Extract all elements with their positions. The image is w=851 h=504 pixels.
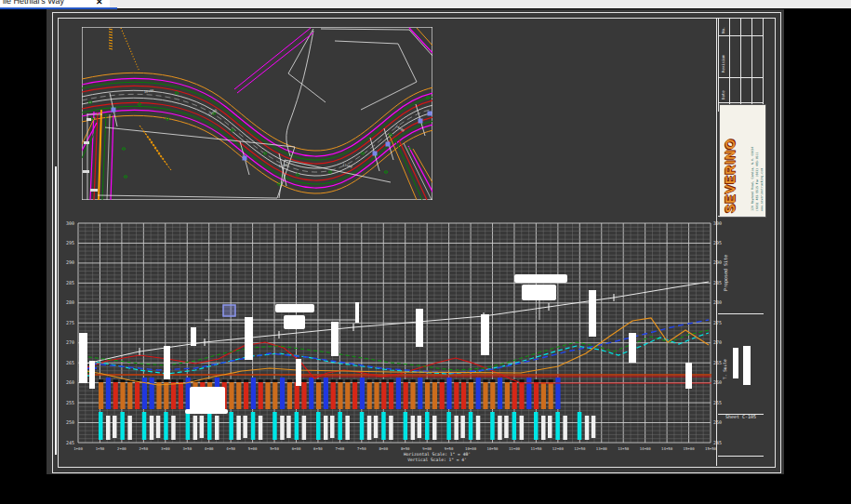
svg-text:4+50: 4+50 bbox=[226, 446, 235, 451]
svg-text:4+00: 4+00 bbox=[205, 446, 214, 451]
sheet-number: Sheet C-105 bbox=[725, 414, 756, 419]
svg-text:250: 250 bbox=[713, 419, 722, 425]
svg-text:10+00: 10+00 bbox=[465, 446, 477, 451]
svg-text:290: 290 bbox=[66, 259, 74, 265]
plan-view[interactable]: 10+0011+0012+0013+0014+00 bbox=[82, 27, 432, 200]
tab-title: lle Hethial's Way bbox=[3, 0, 64, 6]
svg-text:5+50: 5+50 bbox=[270, 446, 279, 451]
svg-text:1+50: 1+50 bbox=[96, 446, 105, 451]
svg-text:11+50: 11+50 bbox=[530, 446, 542, 451]
svg-text:11+00: 11+00 bbox=[509, 446, 521, 451]
svg-text:1+00: 1+00 bbox=[73, 446, 83, 451]
svg-text:9+00: 9+00 bbox=[422, 446, 432, 451]
drawing-sheet[interactable]: 10+0011+0012+0013+0014+00 30030029529529… bbox=[47, 9, 784, 474]
svg-text:260: 260 bbox=[713, 379, 722, 385]
svg-text:13+00: 13+00 bbox=[596, 446, 608, 451]
svg-text:300: 300 bbox=[66, 221, 74, 226]
rev-label-no: No. bbox=[721, 27, 725, 33]
svg-text:13+50: 13+50 bbox=[618, 446, 630, 451]
svg-text:275: 275 bbox=[713, 320, 722, 325]
svg-text:10+50: 10+50 bbox=[486, 446, 499, 451]
svg-text:265: 265 bbox=[66, 360, 74, 365]
app-window: lle Hethial's Way ✕ 10+0011+0012+0013+00… bbox=[0, 0, 851, 504]
svg-text:300: 300 bbox=[713, 221, 722, 226]
svg-text:12+00: 12+00 bbox=[552, 446, 565, 451]
stamp-name-vertical: T. Soule bbox=[723, 359, 727, 379]
svg-text:265: 265 bbox=[713, 360, 722, 365]
svg-text:7+00: 7+00 bbox=[336, 446, 345, 451]
svg-text:290: 290 bbox=[713, 259, 722, 265]
svg-text:5+00: 5+00 bbox=[248, 446, 258, 451]
svg-text:8+50: 8+50 bbox=[401, 446, 410, 451]
svg-text:3+50: 3+50 bbox=[182, 446, 192, 451]
svg-text:Vertical Scale: 1" = 4': Vertical Scale: 1" = 4' bbox=[407, 458, 467, 462]
company-logo-panel: SEVERINO 124 Raymond Road, Candia, N.H. … bbox=[719, 104, 766, 218]
svg-text:2+00: 2+00 bbox=[117, 446, 126, 451]
tab-bar: lle Hethial's Way ✕ bbox=[0, 0, 851, 8]
company-logo: SEVERINO bbox=[723, 139, 738, 213]
svg-text:295: 295 bbox=[713, 240, 722, 245]
svg-text:6+00: 6+00 bbox=[292, 446, 301, 451]
svg-text:280: 280 bbox=[713, 299, 722, 305]
svg-text:245: 245 bbox=[713, 440, 722, 445]
svg-text:275: 275 bbox=[66, 320, 74, 325]
svg-text:2+50: 2+50 bbox=[140, 446, 149, 451]
left-edge-line bbox=[55, 166, 57, 455]
company-address-line1: 124 Raymond Road, Candia, N.H. 03034 bbox=[751, 147, 754, 211]
close-icon[interactable]: ✕ bbox=[96, 0, 103, 7]
company-address-line2: (603) 483-5515 Fax (603) 483-0511 bbox=[755, 153, 759, 211]
stamp-mark-2 bbox=[743, 346, 751, 385]
svg-text:Horizontal Scale: 1" = 40': Horizontal Scale: 1" = 40' bbox=[404, 452, 471, 457]
svg-text:14+50: 14+50 bbox=[661, 446, 673, 451]
svg-text:295: 295 bbox=[66, 240, 74, 245]
svg-text:12+50: 12+50 bbox=[574, 446, 586, 451]
svg-text:260: 260 bbox=[66, 379, 74, 385]
svg-text:15+50: 15+50 bbox=[705, 446, 717, 451]
svg-text:285: 285 bbox=[713, 280, 722, 285]
svg-text:9+50: 9+50 bbox=[445, 446, 454, 451]
svg-text:285: 285 bbox=[66, 280, 74, 285]
svg-text:15+00: 15+00 bbox=[684, 446, 696, 451]
svg-text:3+00: 3+00 bbox=[161, 446, 170, 451]
rev-label-revision: Revision bbox=[721, 55, 725, 73]
svg-text:7+50: 7+50 bbox=[357, 446, 366, 451]
stamp-mark-1 bbox=[733, 348, 738, 378]
svg-text:255: 255 bbox=[66, 400, 74, 405]
svg-text:14+00: 14+00 bbox=[640, 446, 652, 451]
profile-view[interactable]: 3003002952952902902852852802802752752702… bbox=[58, 221, 724, 465]
company-address-line3: www.severinotrucking.com bbox=[760, 168, 764, 211]
svg-text:280: 280 bbox=[66, 299, 74, 305]
svg-text:245: 245 bbox=[66, 440, 74, 445]
svg-text:250: 250 bbox=[66, 419, 74, 425]
svg-text:8+00: 8+00 bbox=[379, 446, 388, 451]
svg-text:270: 270 bbox=[713, 339, 722, 345]
svg-text:255: 255 bbox=[713, 400, 722, 405]
svg-text:270: 270 bbox=[66, 339, 74, 345]
project-title-vertical: Proposed Site bbox=[723, 255, 728, 291]
rev-label-date: Date bbox=[721, 90, 725, 99]
svg-text:6+50: 6+50 bbox=[313, 446, 323, 451]
